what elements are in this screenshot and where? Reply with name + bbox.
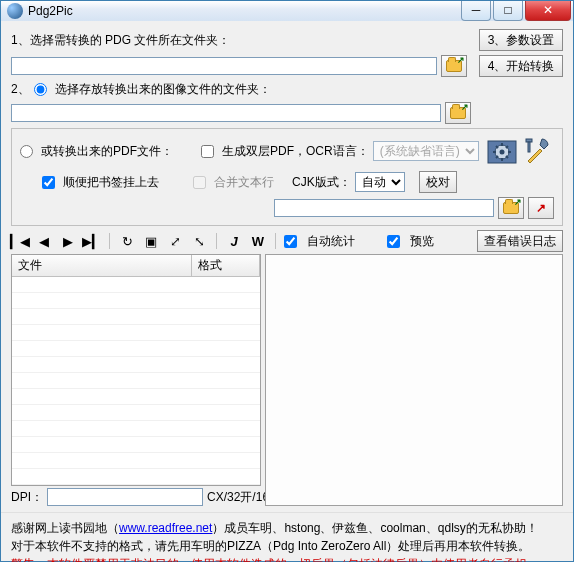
- output-folder-input[interactable]: [11, 104, 441, 122]
- dpi-input[interactable]: [47, 488, 203, 506]
- refresh-button[interactable]: ↻: [118, 232, 136, 250]
- footer-line2: 对于本软件不支持的格式，请先用车明的PIZZA（Pdg Into ZeroZer…: [11, 537, 563, 555]
- step2-prefix: 2、: [11, 81, 30, 98]
- autostat-label: 自动统计: [307, 233, 355, 250]
- window-title: Pdg2Pic: [28, 4, 459, 18]
- output-image-radio[interactable]: [34, 83, 47, 96]
- app-icon: [7, 3, 23, 19]
- content-area: 1、选择需转换的 PDG 文件所在文件夹： 3、参数设置 4、开始转换 2、 选…: [1, 21, 573, 512]
- source-folder-input[interactable]: [11, 57, 437, 75]
- ocr-lang-combo[interactable]: (系统缺省语言): [373, 141, 479, 161]
- browse-output-button[interactable]: [445, 102, 471, 124]
- dual-pdf-check[interactable]: [201, 145, 214, 158]
- bookmark-label: 顺便把书签挂上去: [63, 174, 159, 191]
- preview-label: 预览: [410, 233, 434, 250]
- col-file-header[interactable]: 文件: [12, 255, 192, 276]
- error-log-button[interactable]: 查看错误日志: [477, 230, 563, 252]
- export-button[interactable]: ↗: [528, 197, 554, 219]
- col-format-header[interactable]: 格式: [192, 255, 260, 276]
- toolbar: ▎◀ ◀ ▶ ▶▎ ↻ ▣ ⤢ ⤡ J W 自动统计 预览 查看错误日志: [11, 230, 563, 252]
- mark-button[interactable]: ▣: [142, 232, 160, 250]
- folder-open-icon: [503, 202, 519, 214]
- cjk-combo[interactable]: 自动: [355, 172, 405, 192]
- output-pdf-radio[interactable]: [20, 145, 33, 158]
- maximize-button[interactable]: □: [493, 1, 523, 21]
- titlebar[interactable]: Pdg2Pic ─ □ ✕: [1, 1, 573, 21]
- svg-rect-4: [528, 142, 530, 152]
- nav-last-button[interactable]: ▶▎: [83, 232, 101, 250]
- table-body[interactable]: [12, 277, 260, 485]
- proof-button[interactable]: 校对: [419, 171, 457, 193]
- minimize-button[interactable]: ─: [461, 1, 491, 21]
- tools-icon[interactable]: [522, 135, 554, 167]
- dpi-label: DPI：: [11, 489, 43, 506]
- file-table[interactable]: 文件 格式: [11, 254, 261, 486]
- zoomin-button[interactable]: ⤢: [166, 232, 184, 250]
- merge-line-check: [193, 176, 206, 189]
- svg-point-2: [500, 150, 505, 155]
- folder-open-icon: [450, 107, 466, 119]
- w-button[interactable]: W: [249, 232, 267, 250]
- footer: 感谢网上读书园地（www.readfree.net）成员车明、hstong、伊兹…: [1, 512, 573, 562]
- params-button[interactable]: 3、参数设置: [479, 29, 563, 51]
- extra-path-input[interactable]: [274, 199, 494, 217]
- folder-open-icon: [446, 60, 462, 72]
- gear-box-icon[interactable]: [486, 135, 518, 167]
- app-window: Pdg2Pic ─ □ ✕ 1、选择需转换的 PDG 文件所在文件夹： 3、参数…: [0, 0, 574, 562]
- output-pdf-label: 或转换出来的PDF文件：: [41, 143, 173, 160]
- nav-prev-button[interactable]: ◀: [35, 232, 53, 250]
- autostat-check[interactable]: [284, 235, 297, 248]
- options-group: 或转换出来的PDF文件： 生成双层PDF，OCR语言： (系统缺省语言) 顺便把…: [11, 128, 563, 226]
- preview-pane: [265, 254, 563, 506]
- nav-next-button[interactable]: ▶: [59, 232, 77, 250]
- step2-radio-label: 选择存放转换出来的图像文件的文件夹：: [55, 81, 271, 98]
- footer-line1: 感谢网上读书园地（www.readfree.net）成员车明、hstong、伊兹…: [11, 519, 563, 537]
- browse-source-button[interactable]: [441, 55, 467, 77]
- start-convert-button[interactable]: 4、开始转换: [479, 55, 563, 77]
- zoomout-button[interactable]: ⤡: [190, 232, 208, 250]
- export-arrow-icon: ↗: [536, 201, 546, 215]
- step1-label: 1、选择需转换的 PDG 文件所在文件夹：: [11, 32, 230, 49]
- bookmark-check[interactable]: [42, 176, 55, 189]
- preview-check[interactable]: [387, 235, 400, 248]
- j-button[interactable]: J: [225, 232, 243, 250]
- cjk-label: CJK版式：: [292, 174, 351, 191]
- dual-pdf-label: 生成双层PDF，OCR语言：: [222, 143, 369, 160]
- readfree-link[interactable]: www.readfree.net: [119, 521, 212, 535]
- footer-warning: 警告：本软件严禁用于非法目的。使用本软件造成的一切后果（包括法律后果）由使用者自…: [11, 555, 563, 562]
- close-button[interactable]: ✕: [525, 1, 571, 21]
- browse-extra-button[interactable]: [498, 197, 524, 219]
- nav-first-button[interactable]: ▎◀: [11, 232, 29, 250]
- merge-line-label: 合并文本行: [214, 174, 274, 191]
